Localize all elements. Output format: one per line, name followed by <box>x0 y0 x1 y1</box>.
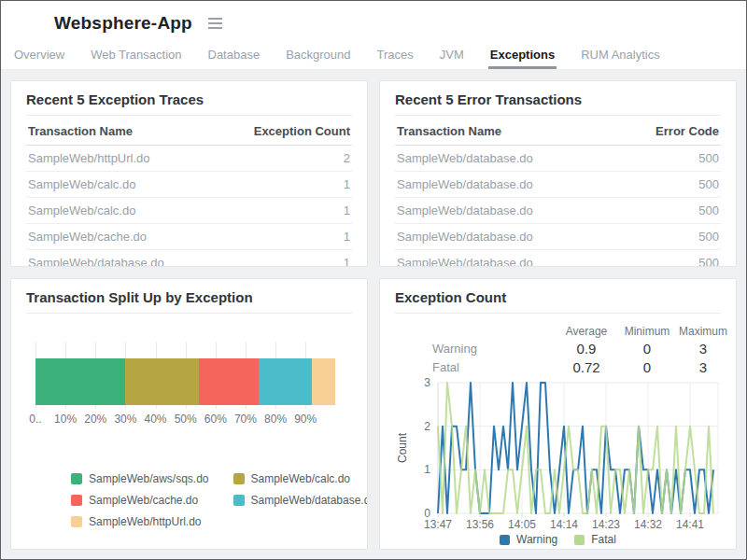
legend-item-sampleweb-calc-do[interactable]: SampleWeb/calc.do <box>233 472 368 485</box>
tab-web-transaction[interactable]: Web Transaction <box>89 46 183 69</box>
transaction-name: SampleWeb/calc.do <box>28 177 135 191</box>
legend-label: SampleWeb/aws/sqs.do <box>89 472 209 485</box>
bar-segment[interactable] <box>312 358 336 405</box>
tab-traces[interactable]: Traces <box>375 46 416 69</box>
warning-maximum: 3 <box>674 341 732 357</box>
x-tick-label: 13:47 <box>424 518 452 531</box>
bar-segment[interactable] <box>259 358 311 405</box>
x-tick-label: 0.. <box>29 413 41 426</box>
panel-title: Transaction Split Up by Exception <box>26 287 352 314</box>
legend-swatch <box>71 516 82 527</box>
table-header: Transaction Name Exception Count <box>26 116 352 146</box>
top-bar: Websphere-App <box>1 1 746 46</box>
panel-error-transactions: Recent 5 Error Transactions Transaction … <box>379 80 737 267</box>
table-row[interactable]: SampleWeb/database.do500 <box>395 172 721 198</box>
row-value: 1 <box>344 256 350 267</box>
legend-label: Fatal <box>591 533 616 546</box>
x-tick-label: 50% <box>175 413 197 426</box>
x-tick-label: 14:41 <box>676 518 704 531</box>
column-exception-count: Exception Count <box>254 124 350 138</box>
x-tick-label: 20% <box>84 413 106 426</box>
transaction-name: SampleWeb/cache.do <box>28 230 147 244</box>
transaction-name: SampleWeb/database.do <box>397 230 533 244</box>
tab-background[interactable]: Background <box>284 46 352 69</box>
legend-swatch <box>233 473 245 484</box>
app-status-icon <box>12 7 44 39</box>
row-label-fatal: Fatal <box>395 360 553 374</box>
table-row[interactable]: SampleWeb/database.do500 <box>395 250 721 267</box>
x-tick-label: 14:32 <box>634 518 662 531</box>
line-legend: WarningFatal <box>395 533 721 546</box>
transaction-name: SampleWeb/database.do <box>397 256 533 267</box>
table-row[interactable]: SampleWeb/calc.do1 <box>26 198 352 224</box>
legend-item-warning[interactable]: Warning <box>500 533 557 546</box>
y-tick-label: 2 <box>424 420 430 433</box>
app-window: Websphere-App OverviewWeb TransactionDat… <box>0 0 747 560</box>
legend-label: SampleWeb/cache.do <box>89 494 198 507</box>
column-maximum: Maximum <box>674 319 732 338</box>
tab-rum-analytics[interactable]: RUM Analytics <box>579 46 662 69</box>
dashboard-content: Recent 5 Exception Traces Transaction Na… <box>1 69 746 560</box>
fatal-average: 0.72 <box>553 359 620 375</box>
x-tick-label: 40% <box>145 413 167 426</box>
legend-item-sampleweb-cache-do[interactable]: SampleWeb/cache.do <box>71 494 209 507</box>
legend-item-sampleweb-database-do[interactable]: SampleWeb/database.do <box>233 494 368 507</box>
table-row[interactable]: SampleWeb/calc.do1 <box>26 172 352 198</box>
legend-label: SampleWeb/httpUrl.do <box>89 515 202 528</box>
row-value: 500 <box>698 230 719 244</box>
legend-swatch <box>500 535 510 545</box>
x-tick-label: 70% <box>234 413 257 426</box>
table-row[interactable]: SampleWeb/database.do500 <box>395 198 721 224</box>
bar-segment[interactable] <box>199 358 259 405</box>
tab-overview[interactable]: Overview <box>12 46 66 69</box>
row-value: 500 <box>698 151 719 165</box>
split-chart: 0..10%20%30%40%50%60%70%80%90% <box>35 342 346 431</box>
column-average: Average <box>553 319 620 338</box>
row-value: 500 <box>698 203 719 217</box>
panel-transaction-split: Transaction Split Up by Exception 0..10%… <box>10 278 368 550</box>
warning-minimum: 0 <box>620 341 674 357</box>
table-row[interactable]: SampleWeb/database.do500 <box>395 224 721 250</box>
column-transaction-name: Transaction Name <box>28 124 133 138</box>
panel-exception-count: Exception Count Average Minimum Maximum … <box>379 278 737 550</box>
column-error-code: Error Code <box>655 124 719 138</box>
app-title: Websphere-App <box>54 13 192 34</box>
row-value: 2 <box>344 151 350 165</box>
legend-item-fatal[interactable]: Fatal <box>574 533 616 546</box>
bar-segment[interactable] <box>35 358 125 405</box>
panel-title: Exception Count <box>395 287 721 314</box>
transaction-name: SampleWeb/calc.do <box>28 203 135 217</box>
fatal-maximum: 3 <box>674 359 732 375</box>
line-chart: 012313:4713:5614:0514:1414:2314:3214:41C… <box>395 377 727 532</box>
table-row[interactable]: SampleWeb/database.do500 <box>395 146 721 172</box>
summary-spacer <box>395 326 553 331</box>
x-tick-label: 10% <box>54 413 77 426</box>
row-value: 500 <box>698 177 719 191</box>
column-minimum: Minimum <box>620 319 674 338</box>
x-tick-label: 80% <box>264 413 287 426</box>
row-value: 1 <box>344 177 350 191</box>
fatal-minimum: 0 <box>620 359 674 375</box>
split-legend: SampleWeb/aws/sqs.doSampleWeb/calc.doSam… <box>71 472 352 528</box>
transaction-name: SampleWeb/database.do <box>397 177 533 191</box>
fatal-line <box>438 383 713 513</box>
panel-title: Recent 5 Error Transactions <box>395 89 721 116</box>
table-row[interactable]: SampleWeb/database.do1 <box>26 250 352 267</box>
tab-exceptions[interactable]: Exceptions <box>488 46 557 69</box>
x-tick-label: 14:05 <box>508 518 536 531</box>
legend-label: SampleWeb/database.do <box>251 494 368 507</box>
legend-item-sampleweb-aws-sqs-do[interactable]: SampleWeb/aws/sqs.do <box>71 472 209 485</box>
table-row[interactable]: SampleWeb/cache.do1 <box>26 224 352 250</box>
legend-swatch <box>71 495 82 506</box>
x-tick-label: 14:14 <box>550 518 578 531</box>
table-body: SampleWeb/database.do500SampleWeb/databa… <box>395 146 721 267</box>
bar-segment[interactable] <box>125 358 199 405</box>
tab-jvm[interactable]: JVM <box>438 46 466 69</box>
tab-database[interactable]: Database <box>206 46 262 69</box>
table-row[interactable]: SampleWeb/httpUrl.do2 <box>26 146 352 172</box>
menu-icon[interactable] <box>204 14 226 33</box>
y-tick-label: 1 <box>424 463 430 476</box>
x-tick-label: 90% <box>294 413 317 426</box>
panel-title: Recent 5 Exception Traces <box>26 89 352 116</box>
legend-item-sampleweb-httpurl-do[interactable]: SampleWeb/httpUrl.do <box>71 515 209 528</box>
